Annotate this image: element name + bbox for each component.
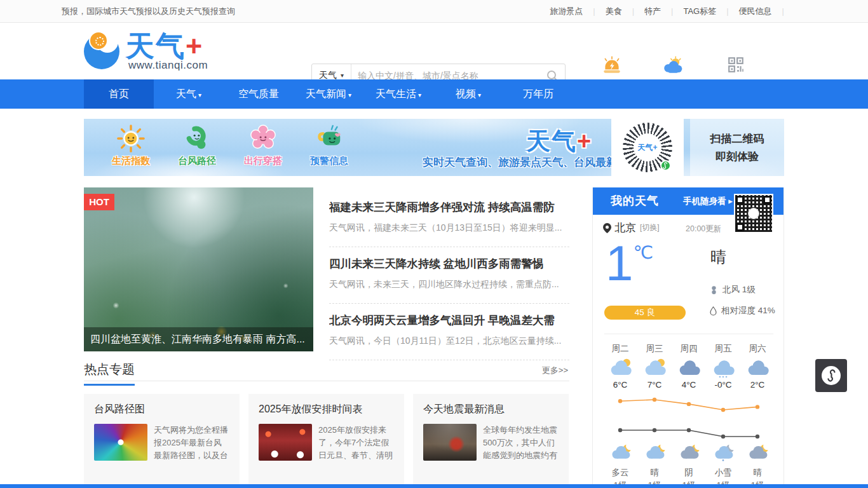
footer-strip xyxy=(0,484,868,488)
topbar-link-tags[interactable]: TAG标签 xyxy=(673,0,726,23)
card-title[interactable]: 台风路径图 xyxy=(94,403,229,416)
wind-value: 北风 1级 xyxy=(722,284,756,295)
topic-card-earthquake[interactable]: 今天地震最新消息 全球每年约发生地震500万次，其中人们能感觉到的地震约有5万 xyxy=(413,394,569,484)
featured-caption[interactable]: 四川盆地至黄淮、江南华南多地有暴雨 南方高... xyxy=(84,327,313,351)
mini-program-float-button[interactable] xyxy=(815,359,847,392)
banner-features: 生活指数 台风路径 出行穿搭 预警信息 xyxy=(105,124,355,167)
topic-card-holiday[interactable]: 2025年放假安排时间表 2025年放假安排来了，今年7个法定假日元旦、春节、清… xyxy=(248,394,404,484)
nav-item-weather[interactable]: 天气▾ xyxy=(154,79,224,109)
feature-label: 台风路径 xyxy=(172,155,222,167)
feature-outfit[interactable]: 出行穿搭 xyxy=(238,124,288,167)
banner-qr-panel: 天气+ xyxy=(611,119,684,176)
location-pin-icon xyxy=(603,223,611,233)
feature-warning-info[interactable]: 预警信息 xyxy=(304,124,355,167)
my-weather-widget: 我的天气 手机随身看 ▸ 北京 [切换] 20:00更新 1 ℃ 晴 北风 1级… xyxy=(592,187,784,488)
chevron-down-icon: ▾ xyxy=(341,72,344,79)
switch-city-link[interactable]: [切换] xyxy=(640,222,660,233)
night-forecast-item: 小雪 1级 xyxy=(706,444,740,488)
weather-icon xyxy=(642,444,667,462)
weather-icon xyxy=(641,358,668,379)
weather-icon xyxy=(608,444,632,462)
news-title[interactable]: 福建未来三天降雨增多伴强对流 持续高温需防 xyxy=(329,200,569,215)
banner-logo-plus: + xyxy=(577,128,592,154)
weather-icon xyxy=(711,444,735,462)
news-list: 福建未来三天降雨增多伴强对流 持续高温需防 天气网讯，福建未来三天（10月13日… xyxy=(329,191,569,360)
feature-typhoon-track[interactable]: 台风路径 xyxy=(172,124,222,167)
logo-moon-sun-icon xyxy=(84,31,122,69)
scan-line-1: 扫描二维码 xyxy=(710,132,764,146)
topics-header: 热点专题 更多>> xyxy=(84,360,569,381)
sun-cloud-icon xyxy=(661,56,684,75)
mobile-link[interactable]: 手机随身看 ▸ xyxy=(683,187,733,215)
qrcode-icon xyxy=(724,56,747,75)
news-title[interactable]: 四川未来三天降水持续 盆地川西多雨需警惕 xyxy=(329,256,569,271)
forecast-day[interactable]: 周二 6°C xyxy=(603,343,637,390)
forecast-day[interactable]: 周三 7°C xyxy=(637,343,672,390)
topbar-link-convenience[interactable]: 便民信息 xyxy=(729,0,782,23)
weather-icon xyxy=(677,444,701,462)
chevron-down-icon: ▾ xyxy=(348,92,351,98)
topbar-link-food[interactable]: 美食 xyxy=(595,0,632,23)
flower-icon xyxy=(248,124,278,153)
news-summary: 天气网讯，未来三天，四川地区降水过程持续，需重点防... xyxy=(329,279,569,290)
topbar-link-scenic[interactable]: 旅游景点 xyxy=(539,0,593,23)
news-summary: 天气网讯，福建未来三天（10月13日至15日）将迎来明显... xyxy=(329,222,569,234)
card-description: 2025年放假安排来了，今年7个法定假日元旦、春节、清明节、 xyxy=(318,424,394,462)
site-logo[interactable]: 天气+ www.tianqi.com xyxy=(84,30,249,73)
card-title[interactable]: 今天地震最新消息 xyxy=(423,403,559,416)
wind-fan-icon xyxy=(709,285,719,295)
mini-program-icon xyxy=(822,366,841,385)
temperature-unit: ℃ xyxy=(633,242,653,288)
site-tagline: 预报，国际城市天气预报以及历史天气预报查询 xyxy=(62,0,235,23)
current-temperature: 1 ℃ xyxy=(606,238,653,288)
news-item[interactable]: 四川未来三天降水持续 盆地川西多雨需警惕 天气网讯，未来三天，四川地区降水过程持… xyxy=(329,247,569,304)
forecast-day[interactable]: 周四 4°C xyxy=(672,343,706,390)
card-title[interactable]: 2025年放假安排时间表 xyxy=(259,403,394,416)
wechat-icon xyxy=(660,160,671,171)
news-summary: 天气网讯，今日（10月11日）至12日，北京地区云量持续... xyxy=(329,336,569,347)
banner-scan-hint: 扫描二维码 即刻体验 xyxy=(690,119,784,176)
main-nav: 首页 天气▾ 空气质量 天气新闻▾ 天气生活▾ 视频▾ 万年历 xyxy=(0,79,868,109)
feature-life-index[interactable]: 生活指数 xyxy=(105,124,156,167)
arrow-right-icon: ▸ xyxy=(728,196,733,206)
weather-icon xyxy=(745,444,770,462)
featured-news-image[interactable]: HOT 四川盆地至黄淮、江南华南多地有暴雨 南方高... xyxy=(84,187,313,351)
topics-more-link[interactable]: 更多>> xyxy=(542,365,568,376)
nav-item-air-quality[interactable]: 空气质量 xyxy=(224,79,294,109)
aqi-badge[interactable]: 45 良 xyxy=(604,306,686,320)
nav-item-home[interactable]: 首页 xyxy=(84,79,154,109)
feature-label: 出行穿搭 xyxy=(238,155,288,167)
weather-icon xyxy=(709,358,737,379)
nav-item-life[interactable]: 天气生活▾ xyxy=(363,79,433,109)
hot-badge: HOT xyxy=(84,194,114,210)
forecast-row: 周二 6°C 周三 7°C 周四 4°C 周五 -0°C 周六 xyxy=(603,343,775,390)
news-item[interactable]: 福建未来三天降雨增多伴强对流 持续高温需防 天气网讯，福建未来三天（10月13日… xyxy=(329,191,569,247)
topic-card-typhoon[interactable]: 台风路径图 天气网将为您全程播报2025年最新台风最新路径图，以及台风未来 xyxy=(84,394,240,484)
nav-item-calendar[interactable]: 万年历 xyxy=(503,79,573,109)
logo-url: www.tianqi.com xyxy=(128,59,208,72)
news-title[interactable]: 北京今明两天云量增多气温回升 早晚温差大需 xyxy=(329,313,569,328)
card-description: 天气网将为您全程播报2025年最新台风最新路径图，以及台风未来 xyxy=(154,424,229,462)
wind-row: 北风 1级 xyxy=(709,284,756,295)
nav-item-news[interactable]: 天气新闻▾ xyxy=(294,79,363,109)
earthquake-thumbnail xyxy=(423,424,477,461)
chevron-down-icon: ▾ xyxy=(418,92,421,98)
weather-icon xyxy=(606,358,634,379)
forecast-day[interactable]: 周六 2°C xyxy=(740,343,775,390)
temperature-value: 1 xyxy=(606,238,633,288)
my-weather-title: 我的天气 xyxy=(611,187,659,215)
typhoon-map-thumbnail xyxy=(94,424,147,461)
temperature-trend-chart xyxy=(603,392,775,444)
feature-label: 预警信息 xyxy=(304,155,355,167)
topbar-link-specialty[interactable]: 特产 xyxy=(634,0,671,23)
forecast-day[interactable]: 周五 -0°C xyxy=(706,343,740,390)
city-name[interactable]: 北京 xyxy=(614,220,636,235)
news-item[interactable]: 北京今明两天云量增多气温回升 早晚温差大需 天气网讯，今日（10月11日）至12… xyxy=(329,304,569,360)
nav-item-video[interactable]: 视频▾ xyxy=(433,79,503,109)
qr-center-label: 天气+ xyxy=(634,133,661,161)
current-condition: 晴 xyxy=(710,247,726,268)
night-forecast-item: 阴 1级 xyxy=(672,444,706,488)
sun-icon xyxy=(116,124,146,153)
promo-banner[interactable]: 生活指数 台风路径 出行穿搭 预警信息 天气+ xyxy=(84,119,784,176)
humidity-value: 相对湿度 41% xyxy=(721,305,775,316)
